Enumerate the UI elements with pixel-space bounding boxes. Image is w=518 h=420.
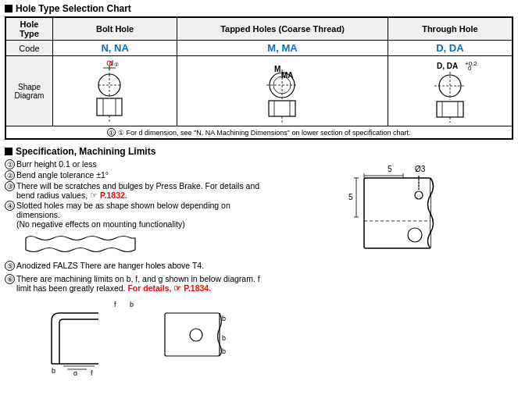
svg-point-61 bbox=[408, 228, 422, 242]
spec-section: ① Burr height 0.1 or less ② Bend angle t… bbox=[5, 159, 513, 377]
spec-num-3: ③ bbox=[5, 181, 15, 191]
code-d-da: D, DA bbox=[388, 41, 512, 56]
spec-item-6-line: ⑥ There are machining limits on b, f, an… bbox=[5, 274, 270, 293]
svg-text:f: f bbox=[114, 301, 116, 308]
spec-num-2: ② bbox=[5, 170, 15, 180]
bolt-hole-shape: d ① bbox=[53, 56, 177, 126]
shape-row-label: Shape Diagram bbox=[6, 56, 53, 126]
svg-text:①: ① bbox=[114, 62, 119, 67]
svg-text:5: 5 bbox=[388, 165, 392, 173]
through-hole-shape: D, DA +0.2 0 bbox=[388, 56, 512, 126]
svg-text:0: 0 bbox=[468, 65, 472, 72]
spec-num-1: ① bbox=[5, 159, 15, 169]
spec-num-5: ⑤ bbox=[5, 261, 15, 271]
code-row-label: Code bbox=[6, 41, 53, 56]
spec-item-4: ④ Slotted holes may be as shape shown be… bbox=[5, 201, 270, 229]
col-through-hole: Through Hole bbox=[388, 18, 512, 41]
spec-right: 5 Ø3 5 bbox=[277, 159, 513, 377]
hole-chart-title: Hole Type Selection Chart bbox=[5, 3, 513, 14]
svg-rect-19 bbox=[269, 101, 295, 116]
svg-text:M: M bbox=[274, 65, 280, 73]
page: Hole Type Selection Chart Hole Type Bolt… bbox=[0, 0, 518, 420]
hole-chart-title-text: Hole Type Selection Chart bbox=[16, 3, 131, 14]
svg-text:D, DA: D, DA bbox=[437, 62, 458, 70]
bend-diagram: f b b bbox=[5, 297, 270, 377]
svg-text:b: b bbox=[52, 367, 55, 375]
svg-text:b: b bbox=[130, 301, 134, 308]
tapped-hole-shape: M MA bbox=[177, 56, 388, 126]
svg-text:f: f bbox=[91, 369, 93, 376]
svg-text:5: 5 bbox=[348, 193, 353, 201]
svg-point-59 bbox=[415, 191, 423, 199]
svg-rect-58 bbox=[364, 178, 430, 248]
spec-title: Specification, Machining Limits bbox=[5, 146, 513, 157]
hole-chart-footnote: ① ① For d dimension, see "N, NA Machinin… bbox=[6, 126, 513, 139]
title-square bbox=[5, 5, 13, 12]
svg-point-44 bbox=[190, 329, 202, 341]
code-m-ma: M, MA bbox=[177, 41, 388, 56]
svg-rect-29 bbox=[437, 101, 463, 117]
svg-text:g: g bbox=[73, 369, 77, 376]
spec-item-6: ⑥ There are machining limits on b, f, an… bbox=[5, 274, 270, 377]
svg-text:b: b bbox=[222, 347, 226, 355]
spec-num-4: ④ bbox=[5, 201, 15, 211]
spec-item-5-text: Anodized FALZS There are hanger holes ab… bbox=[16, 261, 204, 270]
svg-rect-43 bbox=[165, 313, 220, 356]
code-n-na: N, NA bbox=[53, 41, 177, 56]
svg-rect-8 bbox=[97, 98, 122, 116]
spec-title-square bbox=[5, 148, 13, 155]
spec-item-2-text: Bend angle tolerance ±1° bbox=[16, 170, 109, 180]
svg-point-5 bbox=[98, 74, 120, 96]
svg-text:Ø3: Ø3 bbox=[415, 165, 426, 173]
spec-title-text: Specification, Machining Limits bbox=[16, 146, 155, 157]
spec-item-6-text: There are machining limits on b, f, and … bbox=[16, 274, 270, 293]
spec-item-1-text: Burr height 0.1 or less bbox=[16, 159, 97, 169]
col-bolt-hole: Bolt Hole bbox=[53, 18, 177, 41]
spec-item-4-text: Slotted holes may be as shape shown belo… bbox=[16, 201, 270, 229]
col-tapped-hole: Tapped Holes (Coarse Thread) bbox=[177, 18, 388, 41]
col-hole-type: Hole Type bbox=[6, 18, 53, 41]
hole-chart: Hole Type Bolt Hole Tapped Holes (Coarse… bbox=[5, 16, 513, 140]
slotted-holes-diagram bbox=[22, 230, 270, 259]
spec-item-1: ① Burr height 0.1 or less bbox=[5, 159, 270, 169]
spec-item-3-text: There will be scratches and bulges by Pr… bbox=[16, 181, 270, 200]
spec-item-3: ③ There will be scratches and bulges by … bbox=[5, 181, 270, 200]
spec-left: ① Burr height 0.1 or less ② Bend angle t… bbox=[5, 159, 270, 377]
svg-text:b: b bbox=[222, 334, 226, 342]
spec-item-2: ② Bend angle tolerance ±1° bbox=[5, 170, 270, 180]
footnote-text: ① For d dimension, see "N, NA Machining … bbox=[118, 129, 411, 137]
svg-text:b: b bbox=[222, 315, 226, 322]
spec-num-6: ⑥ bbox=[5, 274, 15, 284]
right-diagram: 5 Ø3 5 bbox=[341, 162, 450, 289]
spec-item-5: ⑤ Anodized FALZS There are hanger holes … bbox=[5, 261, 270, 271]
